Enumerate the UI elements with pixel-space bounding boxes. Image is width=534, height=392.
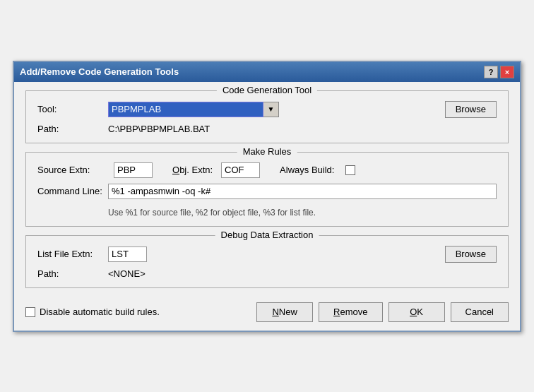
- auto-build-label: Disable automatic build rules.: [40, 307, 160, 317]
- tool-row: Tool: ▼ Browse: [37, 101, 497, 118]
- hint-text: Use %1 for source file, %2 for object fi…: [108, 208, 316, 218]
- titlebar: Add/Remove Code Generation Tools ? ×: [14, 62, 520, 82]
- code-gen-path-row: Path: C:\PBP\PBPMPLAB.BAT: [37, 124, 497, 134]
- debug-legend: Debug Data Extraction: [215, 230, 319, 240]
- new-button[interactable]: NNew: [256, 302, 313, 322]
- list-extn-row: List File Extn: Browse: [37, 246, 497, 263]
- remove-button[interactable]: Remove: [319, 302, 382, 322]
- ok-button[interactable]: OK: [388, 302, 445, 322]
- always-build-checkbox[interactable]: [345, 165, 355, 175]
- cmd-row: Command Line:: [37, 184, 497, 199]
- tool-select-wrapper: ▼: [108, 102, 279, 117]
- list-extn-label: List File Extn:: [37, 249, 108, 259]
- code-gen-path-label: Path:: [37, 124, 108, 134]
- code-gen-section: Code Generation Tool Tool: ▼ Browse Path…: [25, 90, 509, 143]
- debug-path-label: Path:: [37, 268, 108, 279]
- titlebar-buttons: ? ×: [484, 66, 514, 78]
- code-gen-path-value: C:\PBP\PBPMPLAB.BAT: [108, 124, 210, 134]
- tool-input[interactable]: [108, 102, 263, 117]
- debug-wrapper: Browse: [108, 246, 497, 263]
- hint-row: Use %1 for source file, %2 for object fi…: [108, 205, 497, 218]
- cmd-label: Command Line:: [37, 186, 108, 196]
- auto-build-row: Disable automatic build rules.: [25, 307, 251, 317]
- cancel-button[interactable]: Cancel: [451, 302, 509, 322]
- help-button[interactable]: ?: [484, 66, 498, 78]
- source-extn-input[interactable]: [114, 162, 153, 178]
- debug-section: Debug Data Extraction List File Extn: Br…: [25, 235, 509, 288]
- cmd-input[interactable]: [108, 184, 497, 199]
- source-extn-label: Source Extn:: [37, 165, 108, 175]
- debug-browse-button[interactable]: Browse: [445, 246, 497, 263]
- extn-row: Source Extn: Obj. Extn: Always Build:: [37, 162, 497, 178]
- make-rules-legend: Make Rules: [237, 146, 297, 157]
- tool-dropdown-arrow[interactable]: ▼: [263, 102, 279, 117]
- always-build-label: Always Build:: [280, 165, 334, 175]
- main-dialog: Add/Remove Code Generation Tools ? × Cod…: [13, 61, 521, 332]
- obj-extn-input[interactable]: [221, 162, 260, 178]
- obj-extn-label: Obj. Extn:: [172, 165, 213, 175]
- make-rules-section: Make Rules Source Extn: Obj. Extn: Alway…: [25, 152, 509, 227]
- auto-build-checkbox[interactable]: [25, 307, 35, 317]
- dialog-title: Add/Remove Code Generation Tools: [20, 66, 484, 77]
- close-button[interactable]: ×: [500, 66, 514, 78]
- tool-label: Tool:: [37, 104, 108, 114]
- bottom-buttons: NNew Remove OK Cancel: [256, 302, 509, 322]
- code-gen-browse-button[interactable]: Browse: [445, 101, 497, 118]
- code-gen-legend: Code Generation Tool: [217, 85, 317, 95]
- list-extn-input[interactable]: [108, 247, 147, 262]
- dialog-content: Code Generation Tool Tool: ▼ Browse Path…: [14, 82, 520, 297]
- debug-path-value: <NONE>: [108, 268, 146, 279]
- tool-wrapper: ▼ Browse: [108, 101, 497, 118]
- debug-path-row: Path: <NONE>: [37, 268, 497, 279]
- bottom-row: Disable automatic build rules. NNew Remo…: [14, 297, 520, 331]
